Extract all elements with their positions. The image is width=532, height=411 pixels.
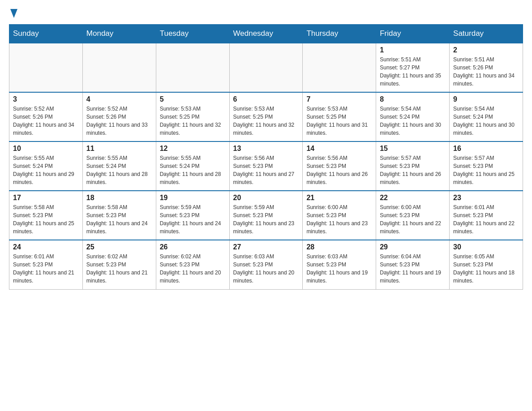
calendar-cell: 7Sunrise: 5:53 AMSunset: 5:25 PMDaylight…: [303, 92, 376, 141]
day-number: 30: [453, 243, 519, 251]
day-info: Sunrise: 6:00 AMSunset: 5:23 PMDaylight:…: [380, 203, 446, 235]
calendar-cell: 17Sunrise: 5:58 AMSunset: 5:23 PMDayligh…: [9, 191, 83, 240]
calendar-cell: [9, 43, 83, 92]
calendar-cell: 30Sunrise: 6:05 AMSunset: 5:23 PMDayligh…: [450, 240, 523, 289]
day-number: 28: [306, 243, 372, 251]
calendar-cell: 29Sunrise: 6:04 AMSunset: 5:23 PMDayligh…: [376, 240, 450, 289]
calendar-cell: 10Sunrise: 5:55 AMSunset: 5:24 PMDayligh…: [9, 141, 83, 191]
day-info: Sunrise: 5:57 AMSunset: 5:23 PMDaylight:…: [453, 154, 519, 186]
week-row-4: 17Sunrise: 5:58 AMSunset: 5:23 PMDayligh…: [9, 191, 523, 240]
calendar-cell: 19Sunrise: 5:59 AMSunset: 5:23 PMDayligh…: [156, 191, 229, 240]
calendar-cell: [156, 43, 229, 92]
calendar-header-row: SundayMondayTuesdayWednesdayThursdayFrid…: [9, 25, 523, 43]
day-info: Sunrise: 5:54 AMSunset: 5:24 PMDaylight:…: [380, 105, 446, 137]
column-header-tuesday: Tuesday: [156, 25, 229, 43]
day-info: Sunrise: 5:59 AMSunset: 5:23 PMDaylight:…: [160, 203, 226, 235]
day-info: Sunrise: 5:55 AMSunset: 5:24 PMDaylight:…: [13, 154, 79, 186]
day-number: 19: [160, 194, 226, 202]
day-info: Sunrise: 6:03 AMSunset: 5:23 PMDaylight:…: [233, 253, 299, 285]
calendar-cell: 13Sunrise: 5:56 AMSunset: 5:23 PMDayligh…: [229, 141, 303, 191]
day-info: Sunrise: 5:56 AMSunset: 5:23 PMDaylight:…: [306, 154, 372, 186]
day-info: Sunrise: 6:02 AMSunset: 5:23 PMDaylight:…: [160, 253, 226, 285]
calendar-cell: 27Sunrise: 6:03 AMSunset: 5:23 PMDayligh…: [229, 240, 303, 289]
day-info: Sunrise: 5:53 AMSunset: 5:25 PMDaylight:…: [233, 105, 299, 137]
day-number: 22: [380, 194, 446, 202]
calendar-cell: 18Sunrise: 5:58 AMSunset: 5:23 PMDayligh…: [82, 191, 156, 240]
day-info: Sunrise: 6:00 AMSunset: 5:23 PMDaylight:…: [306, 203, 372, 235]
day-info: Sunrise: 5:57 AMSunset: 5:23 PMDaylight:…: [380, 154, 446, 186]
calendar-cell: 25Sunrise: 6:02 AMSunset: 5:23 PMDayligh…: [82, 240, 156, 289]
day-number: 21: [306, 194, 372, 202]
page-header: [9, 9, 523, 15]
calendar-cell: 2Sunrise: 5:51 AMSunset: 5:26 PMDaylight…: [450, 43, 523, 92]
calendar-cell: 11Sunrise: 5:55 AMSunset: 5:24 PMDayligh…: [82, 141, 156, 191]
calendar-cell: [303, 43, 376, 92]
day-info: Sunrise: 5:54 AMSunset: 5:24 PMDaylight:…: [453, 105, 519, 137]
column-header-wednesday: Wednesday: [229, 25, 303, 43]
day-number: 9: [453, 95, 519, 103]
day-number: 4: [86, 95, 152, 103]
day-info: Sunrise: 5:51 AMSunset: 5:26 PMDaylight:…: [453, 56, 519, 88]
day-info: Sunrise: 6:01 AMSunset: 5:23 PMDaylight:…: [13, 253, 79, 285]
day-info: Sunrise: 5:55 AMSunset: 5:24 PMDaylight:…: [86, 154, 152, 186]
day-number: 29: [380, 243, 446, 251]
day-number: 8: [380, 95, 446, 103]
day-number: 25: [86, 243, 152, 251]
column-header-friday: Friday: [376, 25, 450, 43]
day-info: Sunrise: 5:53 AMSunset: 5:25 PMDaylight:…: [306, 105, 372, 137]
day-info: Sunrise: 5:59 AMSunset: 5:23 PMDaylight:…: [233, 203, 299, 235]
day-number: 24: [13, 243, 79, 251]
calendar-cell: 21Sunrise: 6:00 AMSunset: 5:23 PMDayligh…: [303, 191, 376, 240]
day-info: Sunrise: 5:51 AMSunset: 5:27 PMDaylight:…: [380, 56, 446, 88]
day-info: Sunrise: 6:03 AMSunset: 5:23 PMDaylight:…: [306, 253, 372, 285]
column-header-thursday: Thursday: [303, 25, 376, 43]
day-info: Sunrise: 5:53 AMSunset: 5:25 PMDaylight:…: [160, 105, 226, 137]
day-info: Sunrise: 5:58 AMSunset: 5:23 PMDaylight:…: [13, 203, 79, 235]
week-row-5: 24Sunrise: 6:01 AMSunset: 5:23 PMDayligh…: [9, 240, 523, 289]
day-number: 20: [233, 194, 299, 202]
day-info: Sunrise: 6:05 AMSunset: 5:23 PMDaylight:…: [453, 253, 519, 285]
calendar-cell: 9Sunrise: 5:54 AMSunset: 5:24 PMDaylight…: [450, 92, 523, 141]
day-number: 5: [160, 95, 226, 103]
day-number: 7: [306, 95, 372, 103]
logo: [9, 9, 17, 15]
day-number: 2: [453, 46, 519, 54]
logo-triangle-icon: [10, 9, 17, 18]
day-number: 3: [13, 95, 79, 103]
column-header-saturday: Saturday: [450, 25, 523, 43]
calendar-cell: 4Sunrise: 5:52 AMSunset: 5:26 PMDaylight…: [82, 92, 156, 141]
day-info: Sunrise: 6:01 AMSunset: 5:23 PMDaylight:…: [453, 203, 519, 235]
calendar-cell: 1Sunrise: 5:51 AMSunset: 5:27 PMDaylight…: [376, 43, 450, 92]
calendar-cell: 6Sunrise: 5:53 AMSunset: 5:25 PMDaylight…: [229, 92, 303, 141]
calendar-cell: 22Sunrise: 6:00 AMSunset: 5:23 PMDayligh…: [376, 191, 450, 240]
calendar-cell: 26Sunrise: 6:02 AMSunset: 5:23 PMDayligh…: [156, 240, 229, 289]
calendar-cell: 23Sunrise: 6:01 AMSunset: 5:23 PMDayligh…: [450, 191, 523, 240]
calendar-cell: [82, 43, 156, 92]
day-number: 27: [233, 243, 299, 251]
day-number: 14: [306, 145, 372, 153]
day-number: 6: [233, 95, 299, 103]
day-info: Sunrise: 5:52 AMSunset: 5:26 PMDaylight:…: [86, 105, 152, 137]
day-number: 23: [453, 194, 519, 202]
day-info: Sunrise: 5:55 AMSunset: 5:24 PMDaylight:…: [160, 154, 226, 186]
calendar-cell: 14Sunrise: 5:56 AMSunset: 5:23 PMDayligh…: [303, 141, 376, 191]
calendar-table: SundayMondayTuesdayWednesdayThursdayFrid…: [9, 24, 523, 290]
calendar-cell: 28Sunrise: 6:03 AMSunset: 5:23 PMDayligh…: [303, 240, 376, 289]
day-number: 16: [453, 145, 519, 153]
day-number: 17: [13, 194, 79, 202]
day-number: 11: [86, 145, 152, 153]
calendar-cell: 15Sunrise: 5:57 AMSunset: 5:23 PMDayligh…: [376, 141, 450, 191]
day-info: Sunrise: 5:58 AMSunset: 5:23 PMDaylight:…: [86, 203, 152, 235]
day-number: 15: [380, 145, 446, 153]
week-row-1: 1Sunrise: 5:51 AMSunset: 5:27 PMDaylight…: [9, 43, 523, 92]
day-info: Sunrise: 6:02 AMSunset: 5:23 PMDaylight:…: [86, 253, 152, 285]
calendar-cell: 24Sunrise: 6:01 AMSunset: 5:23 PMDayligh…: [9, 240, 83, 289]
day-info: Sunrise: 5:52 AMSunset: 5:26 PMDaylight:…: [13, 105, 79, 137]
column-header-sunday: Sunday: [9, 25, 83, 43]
calendar-cell: 5Sunrise: 5:53 AMSunset: 5:25 PMDaylight…: [156, 92, 229, 141]
calendar-cell: 3Sunrise: 5:52 AMSunset: 5:26 PMDaylight…: [9, 92, 83, 141]
day-number: 12: [160, 145, 226, 153]
calendar-cell: [229, 43, 303, 92]
week-row-3: 10Sunrise: 5:55 AMSunset: 5:24 PMDayligh…: [9, 141, 523, 191]
calendar-cell: 20Sunrise: 5:59 AMSunset: 5:23 PMDayligh…: [229, 191, 303, 240]
